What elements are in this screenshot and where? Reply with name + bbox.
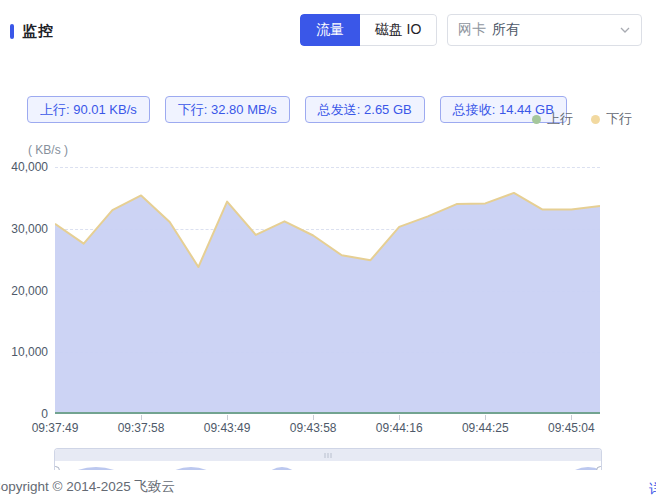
page-title-text: 监控 [22,22,54,41]
chart-legend: 上行 下行 [532,110,632,128]
stat-badge-download-rate: 下行: 32.80 MB/s [165,96,290,123]
legend-item-down[interactable]: 下行 [591,110,632,128]
x-axis-tick [571,415,572,420]
y-axis-tick-label: 30,000 [0,222,48,236]
x-axis-tick [399,415,400,420]
stat-badge-total-sent: 总发送: 2.65 GB [305,96,425,123]
x-axis-tick-label: 09:44:16 [359,421,439,435]
legend-item-up[interactable]: 上行 [532,110,573,128]
datazoom-grip-icon[interactable] [325,453,332,458]
x-axis-tick-label: 09:37:49 [15,421,95,435]
plot-area [55,167,600,414]
legend-label-down: 下行 [606,110,632,128]
nic-select-label: 网卡 [458,21,486,39]
stat-badge-upload-rate: 上行: 90.01 KB/s [27,96,150,123]
chevron-down-icon [619,24,631,36]
chart-type-tabs: 流量 磁盘 IO [300,14,437,46]
title-accent-bar [10,24,14,39]
nic-select-value: 所有 [492,21,619,39]
x-axis-tick-label: 09:37:58 [101,421,181,435]
legend-label-up: 上行 [547,110,573,128]
footer-link-fragment[interactable]: 详情 [649,481,656,499]
datazoom-handle-right[interactable] [596,466,602,470]
page-title: 监控 [10,22,54,41]
datazoom-slider[interactable] [54,448,602,470]
x-axis-tick [313,415,314,420]
x-axis-tick-label: 09:45:04 [531,421,611,435]
stats-row: 上行: 90.01 KB/s 下行: 32.80 MB/s 总发送: 2.65 … [27,96,567,123]
x-axis-tick [141,415,142,420]
x-axis-tick-label: 09:44:25 [445,421,525,435]
x-axis-tick-label: 09:43:49 [187,421,267,435]
copyright-text: Copyright © 2014-2025 飞致云 [0,478,175,496]
tab-traffic[interactable]: 流量 [300,14,360,46]
legend-dot-up-icon [532,115,541,124]
y-axis-unit-label: ( KB/s ) [28,143,68,157]
y-axis-tick-label: 40,000 [0,160,48,174]
x-axis-tick-label: 09:43:58 [273,421,353,435]
monitor-page: { "header": { "title": "监控", "tabs": [ {… [0,0,656,500]
datazoom-preview [55,461,601,470]
y-axis-tick-label: 10,000 [0,345,48,359]
area-chart-svg [55,167,600,414]
legend-dot-down-icon [591,115,600,124]
x-axis-tick [485,415,486,420]
nic-select[interactable]: 网卡 所有 [447,14,642,46]
y-axis-tick-label: 20,000 [0,284,48,298]
y-axis-tick-label: 0 [0,407,48,421]
tab-disk-io[interactable]: 磁盘 IO [360,14,437,46]
x-axis-tick [227,415,228,420]
